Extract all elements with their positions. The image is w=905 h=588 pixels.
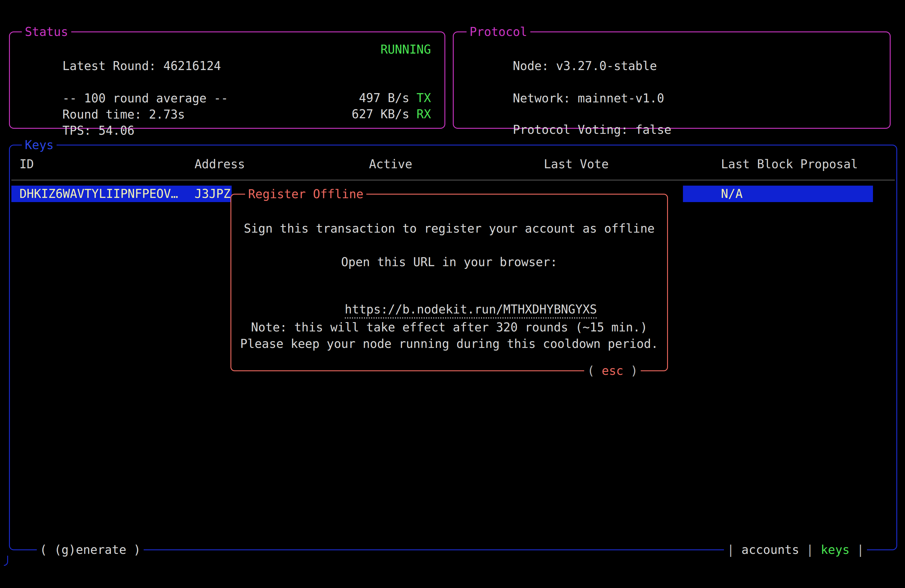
tps-line: TPS: 54.06 627 KB/s RX <box>19 106 431 122</box>
terminal-screen: Status Latest Round: 46216124 RUNNING --… <box>0 0 905 588</box>
round-time-line: Round time: 2.73s 497 B/s TX <box>19 90 431 106</box>
protocol-voting-text: Protocol Voting: false <box>513 123 672 137</box>
modal-note-line1: Note: this will take effect after 320 ro… <box>232 319 666 335</box>
row-address-cell: J3JPZ <box>195 186 230 202</box>
tab-keys[interactable]: keys <box>813 543 857 556</box>
column-header-last-block-proposal: Last Block Proposal <box>721 156 858 172</box>
status-panel: Status Latest Round: 46216124 RUNNING --… <box>9 32 445 129</box>
latest-round-text: Latest Round: 46216124 <box>62 59 221 73</box>
view-tabs: | accounts | keys | <box>724 542 867 558</box>
row-id-cell: DHKIZ6WAVTYLIIPNFPEOV… <box>19 186 178 202</box>
table-row-right-segment[interactable]: N/A <box>683 186 873 202</box>
row-last-block-proposal-cell: N/A <box>721 186 743 202</box>
modal-url-prompt: Open this URL in your browser: <box>232 254 666 270</box>
tab-separator: | <box>727 543 734 556</box>
column-header-id: ID <box>19 156 34 172</box>
running-status-badge: RUNNING <box>380 41 431 58</box>
round-average-header: -- 100 round average -- <box>19 74 431 90</box>
modal-url-line: https://b.nodekit.run/MTHXDHYBNGYXS <box>232 285 666 301</box>
border-corner-artifact <box>4 556 8 566</box>
tab-separator: | <box>857 543 864 556</box>
status-panel-title: Status <box>22 24 71 40</box>
column-header-last-vote: Last Vote <box>544 156 609 172</box>
modal-title: Register Offline <box>245 186 366 202</box>
register-offline-modal: Register Offline Sign this transaction t… <box>230 194 668 371</box>
rx-rate: 627 KB/s RX <box>352 106 431 122</box>
generate-button[interactable]: ( (g)enerate ) <box>37 542 144 558</box>
esc-button[interactable]: ( esc ) <box>584 362 641 379</box>
network-text: Network: mainnet-v1.0 <box>513 91 664 105</box>
network-line: Network: mainnet-v1.0 <box>470 74 876 90</box>
column-header-active: Active <box>369 156 413 172</box>
protocol-panel-title: Protocol <box>467 24 530 40</box>
esc-open-paren: ( <box>587 364 602 378</box>
tx-rate-value: 497 B/s <box>359 91 417 105</box>
latest-round-line: Latest Round: 46216124 RUNNING <box>19 41 431 58</box>
node-version-line: Node: v3.27.0-stable <box>470 41 876 58</box>
esc-key-label: esc <box>602 364 623 378</box>
modal-instruction: Sign this transaction to register your a… <box>232 220 666 237</box>
tps-text: TPS: 54.06 <box>62 124 135 137</box>
header-separator <box>11 180 895 181</box>
tx-rate: 497 B/s TX <box>359 90 431 106</box>
keys-panel-title: Keys <box>22 137 57 153</box>
table-row-left-segment[interactable]: DHKIZ6WAVTYLIIPNFPEOV… J3JPZ <box>11 186 232 202</box>
tx-label: TX <box>417 91 431 105</box>
esc-close-paren: ) <box>623 364 638 378</box>
protocol-panel: Protocol Node: v3.27.0-stable Network: m… <box>453 32 891 129</box>
node-version-text: Node: v3.27.0-stable <box>513 59 657 73</box>
tab-separator: | <box>806 543 813 556</box>
column-header-address: Address <box>195 156 245 172</box>
protocol-voting-line: Protocol Voting: false <box>470 105 876 122</box>
modal-note-line2: Please keep your node running during thi… <box>232 335 666 352</box>
modal-url-link[interactable]: https://b.nodekit.run/MTHXDHYBNGYXS <box>345 302 597 319</box>
rx-rate-value: 627 KB/s <box>352 107 417 121</box>
tab-accounts[interactable]: accounts <box>734 543 806 556</box>
rx-label: RX <box>417 107 431 121</box>
